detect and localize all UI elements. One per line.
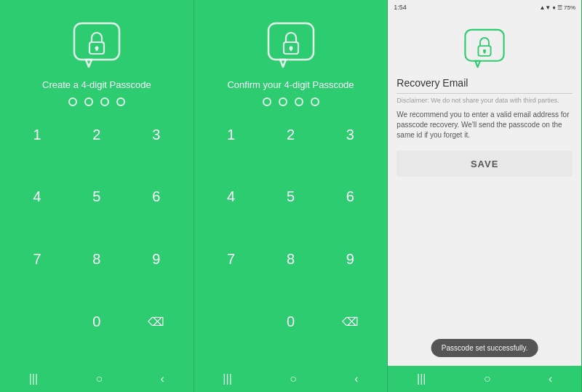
nav-menu-icon-2[interactable]: |||: [223, 372, 231, 385]
nav-back-icon-1[interactable]: ‹: [161, 372, 164, 385]
keypad-2: 1 2 3 4 5 6 7 8 9 0 ⌫: [194, 116, 388, 366]
key-c5[interactable]: 5: [261, 179, 321, 215]
key-c2[interactable]: 2: [261, 116, 321, 153]
key-5[interactable]: 5: [67, 179, 127, 215]
key-3[interactable]: 3: [127, 116, 186, 153]
status-bar-icons: ▲▼ ♦ ☰ 75%: [539, 4, 575, 11]
nav-menu-icon-3[interactable]: |||: [417, 372, 426, 385]
recovery-content: Recovery Email Disclaimer: We do not sha…: [388, 15, 581, 366]
svg-marker-11: [475, 61, 480, 68]
nav-menu-icon-1[interactable]: |||: [29, 372, 38, 385]
key-c1[interactable]: 1: [202, 116, 261, 153]
key-backspace-2[interactable]: ⌫: [320, 303, 380, 340]
recovery-lock-icon: [463, 28, 506, 70]
nav-bar-2: ||| ○ ‹: [194, 366, 388, 392]
create-passcode-panel: Create a 4-digit Passcode 1 2 3 4 5 6 7 …: [0, 0, 194, 392]
nav-bar-1: ||| ○ ‹: [0, 366, 194, 392]
nav-home-icon-3[interactable]: ○: [484, 372, 491, 385]
passcode-dots-2: [263, 97, 319, 106]
key-4[interactable]: 4: [7, 179, 67, 215]
svg-marker-1: [86, 60, 92, 67]
key-empty-2: [202, 303, 261, 340]
status-bar-time: 1:54: [394, 4, 407, 11]
nav-home-icon-1[interactable]: ○: [96, 372, 103, 385]
dot-c3: [295, 97, 303, 106]
dot-2: [84, 97, 93, 106]
key-0[interactable]: 0: [67, 303, 127, 340]
nav-home-icon-2[interactable]: ○: [290, 372, 297, 385]
dot-1: [68, 97, 77, 106]
confirm-passcode-title: Confirm your 4-digit Passcode: [220, 79, 361, 90]
key-empty-1: [7, 303, 67, 340]
dot-c1: [263, 97, 271, 106]
save-button[interactable]: SAVE: [396, 151, 573, 177]
nav-bar-3: ||| ○ ‹: [388, 366, 581, 392]
key-8[interactable]: 8: [67, 241, 127, 278]
key-9[interactable]: 9: [127, 241, 186, 278]
key-c4[interactable]: 4: [202, 179, 261, 215]
key-c7[interactable]: 7: [202, 241, 261, 278]
keypad-1: 1 2 3 4 5 6 7 8 9 0 ⌫: [0, 116, 194, 366]
dot-c4: [311, 97, 319, 106]
nav-back-icon-2[interactable]: ‹: [354, 372, 358, 385]
svg-rect-14: [484, 51, 486, 53]
svg-rect-9: [290, 48, 292, 51]
key-1[interactable]: 1: [7, 116, 67, 153]
key-c8[interactable]: 8: [261, 241, 321, 278]
dot-3: [100, 97, 109, 106]
key-c0[interactable]: 0: [261, 303, 321, 340]
nav-back-icon-3[interactable]: ‹: [549, 372, 552, 385]
key-c3[interactable]: 3: [320, 116, 380, 153]
key-backspace-1[interactable]: ⌫: [127, 303, 186, 340]
status-bar: 1:54 ▲▼ ♦ ☰ 75%: [388, 0, 581, 15]
recovery-title: Recovery Email: [396, 77, 573, 94]
passcode-dots-1: [68, 97, 125, 106]
dot-4: [116, 97, 125, 106]
key-6[interactable]: 6: [127, 179, 186, 215]
svg-marker-6: [280, 60, 286, 67]
create-passcode-title: Create a 4-digit Passcode: [35, 79, 159, 90]
key-c9[interactable]: 9: [320, 241, 380, 278]
svg-rect-4: [95, 48, 97, 51]
recovery-icon-area: [396, 28, 573, 70]
recovery-description: We recommend you to enter a valid email …: [396, 110, 573, 140]
key-7[interactable]: 7: [7, 241, 67, 278]
recovery-email-panel: 1:54 ▲▼ ♦ ☰ 75% Recovery Email Disclaime…: [388, 0, 582, 392]
key-c6[interactable]: 6: [320, 179, 380, 215]
confirm-passcode-panel: Confirm your 4-digit Passcode 1 2 3 4 5 …: [194, 0, 388, 392]
success-toast: Passcode set successfully.: [431, 339, 538, 357]
dot-c2: [279, 97, 287, 106]
recovery-disclaimer: Disclaimer: We do not share your data wi…: [396, 97, 573, 104]
key-2[interactable]: 2: [67, 116, 127, 153]
lock-bubble-icon-2: [266, 22, 316, 69]
lock-bubble-icon: [71, 22, 122, 69]
